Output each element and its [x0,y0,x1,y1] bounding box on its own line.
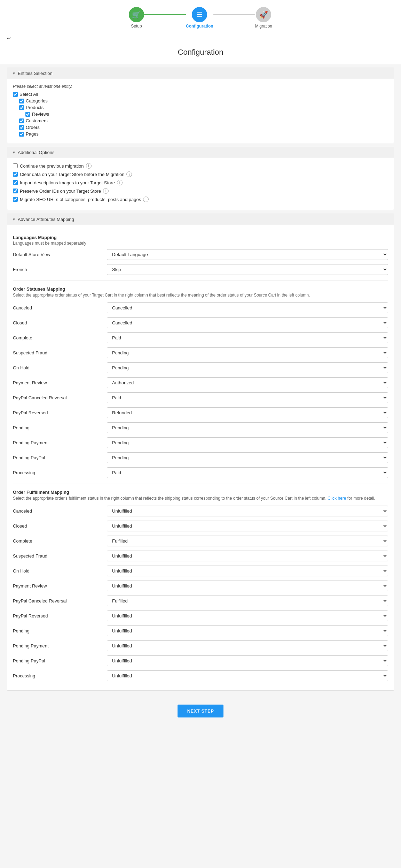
divider-1 [13,281,388,281]
order-status-pending-payment-row: Pending Payment Cancelled Paid Pending A… [13,437,388,448]
order-status-pending-payment-label: Pending Payment [13,440,103,445]
step-setup: 🛒 Setup [129,7,144,29]
language-french-row: French Skip French English Spanish [13,264,388,275]
order-status-suspected-fraud-row: Suspected Fraud Cancelled Paid Pending A… [13,347,388,358]
step-configuration-circle: ☰ [192,7,207,22]
option-clear-data-info-icon[interactable]: i [126,171,132,177]
reviews-checkbox[interactable] [25,112,30,117]
option-migrate-seo-checkbox[interactable] [13,197,18,202]
customers-checkbox[interactable] [19,118,24,123]
fulfillment-pending-select[interactable]: Unfulfilled Fulfilled Partial [107,625,388,636]
order-status-suspected-fraud-select[interactable]: Cancelled Paid Pending Authorized Refund… [107,347,388,358]
language-default-store-select[interactable]: Default Language English French Spanish [107,249,388,260]
order-status-pending-paypal-select[interactable]: Cancelled Paid Pending Authorized Refund… [107,452,388,463]
fulfillment-paypal-canceled-select[interactable]: Unfulfilled Fulfilled Partial [107,596,388,606]
products-label: Products [26,105,44,110]
select-all-checkbox[interactable] [13,92,18,97]
entities-selection-section: ▼ Entities Selection Please select at le… [7,68,394,143]
fulfillment-pending-label: Pending [13,628,103,633]
option-preserve-order-ids-label: Preserve Order IDs on your Target Store [20,189,101,194]
language-french-select[interactable]: Skip French English Spanish [107,264,388,275]
fulfillment-processing-select[interactable]: Unfulfilled Fulfilled Partial [107,670,388,681]
order-status-payment-review-row: Payment Review Cancelled Paid Pending Au… [13,377,388,388]
products-checkbox[interactable] [19,105,24,110]
fulfillment-closed-row: Closed Unfulfilled Fulfilled Partial [13,521,388,531]
order-status-closed-label: Closed [13,320,103,325]
option-preserve-order-ids-info-icon[interactable]: i [103,188,109,194]
order-status-canceled-row: Canceled Cancelled Paid Pending Authoriz… [13,302,388,313]
order-status-on-hold-select[interactable]: Cancelled Paid Pending Authorized Refund… [107,362,388,373]
fulfillment-closed-label: Closed [13,523,103,529]
pages-checkbox[interactable] [19,132,24,137]
additional-options-section: ▼ Additional Options Continue the previo… [7,147,394,210]
languages-mapping-title: Languages Mapping [13,235,388,240]
customers-label: Customers [26,118,48,123]
divider-2 [13,484,388,484]
fulfillment-payment-review-row: Payment Review Unfulfilled Fulfilled Par… [13,581,388,591]
option-continue-migration-checkbox[interactable] [13,163,18,168]
fulfillment-on-hold-select[interactable]: Unfulfilled Fulfilled Partial [107,566,388,576]
step-migration: 🚀 Migration [255,7,272,29]
fulfillment-complete-select[interactable]: Unfulfilled Fulfilled Partial [107,536,388,546]
step-migration-label: Migration [255,24,272,29]
fulfillment-canceled-select[interactable]: Unfulfilled Fulfilled Partial [107,506,388,516]
pages-row: Pages [19,131,388,137]
option-preserve-order-ids-checkbox[interactable] [13,189,18,193]
fulfillment-paypal-reversed-row: PayPal Reversed Unfulfilled Fulfilled Pa… [13,610,388,621]
advance-mapping-header: ▼ Advance Attributes Mapping [7,214,394,225]
select-all-label: Select All [19,92,38,97]
option-clear-data: Clear data on your Target Store before t… [13,171,388,177]
order-status-paypal-canceled-select[interactable]: Cancelled Paid Pending Authorized Refund… [107,392,388,403]
fulfillment-suspected-fraud-select[interactable]: Unfulfilled Fulfilled Partial [107,551,388,561]
fulfillment-processing-label: Processing [13,673,103,678]
option-import-images-info-icon[interactable]: i [117,180,123,185]
stepper: 🛒 Setup ☰ Configuration 🚀 Migration [0,0,401,32]
order-statuses-desc: Select the appropriate order status of y… [13,292,388,298]
order-status-canceled-select[interactable]: Cancelled Paid Pending Authorized Refund… [107,302,388,313]
order-status-complete-select[interactable]: Cancelled Paid Pending Authorized Refund… [107,332,388,343]
entities-selection-header: ▼ Entities Selection [7,68,394,79]
products-row: Products [19,105,388,110]
order-status-processing-label: Processing [13,470,103,475]
fulfillment-paypal-reversed-select[interactable]: Unfulfilled Fulfilled Partial [107,610,388,621]
next-step-button[interactable]: NEXT STEP [178,705,224,717]
order-fulfillment-link[interactable]: Click here [328,496,346,501]
option-clear-data-checkbox[interactable] [13,172,18,177]
orders-checkbox[interactable] [19,125,24,130]
back-icon: ↩ [7,36,11,41]
fulfillment-paypal-canceled-label: PayPal Canceled Reversal [13,598,103,604]
order-status-paypal-reversed-select[interactable]: Cancelled Paid Pending Authorized Refund… [107,407,388,418]
order-status-payment-review-select[interactable]: Cancelled Paid Pending Authorized Refund… [107,377,388,388]
order-status-pending-label: Pending [13,425,103,430]
order-status-canceled-label: Canceled [13,305,103,310]
step-configuration: ☰ Configuration [186,7,213,29]
fulfillment-closed-select[interactable]: Unfulfilled Fulfilled Partial [107,521,388,531]
orders-label: Orders [26,125,40,130]
fulfillment-canceled-label: Canceled [13,508,103,514]
fulfillment-canceled-row: Canceled Unfulfilled Fulfilled Partial [13,506,388,516]
option-import-images-checkbox[interactable] [13,180,18,185]
back-arrow[interactable]: ↩ [0,32,401,44]
fulfillment-pending-row: Pending Unfulfilled Fulfilled Partial [13,625,388,636]
fulfillment-complete-row: Complete Unfulfilled Fulfilled Partial [13,536,388,546]
option-import-images-label: Import descriptions images to your Targe… [20,180,115,185]
fulfillment-pending-paypal-row: Pending PayPal Unfulfilled Fulfilled Par… [13,655,388,666]
option-migrate-seo-info-icon[interactable]: i [143,197,149,202]
fulfillment-pending-paypal-select[interactable]: Unfulfilled Fulfilled Partial [107,655,388,666]
option-continue-migration-label: Continue the previous migration [20,163,84,169]
option-continue-migration-info-icon[interactable]: i [86,163,92,169]
order-status-processing-select[interactable]: Cancelled Paid Pending Authorized Refund… [107,467,388,478]
fulfillment-pending-payment-select[interactable]: Unfulfilled Fulfilled Partial [107,640,388,651]
step-configuration-label: Configuration [186,24,213,29]
categories-checkbox[interactable] [19,99,24,103]
language-default-store-row: Default Store View Default Language Engl… [13,249,388,260]
order-status-pending-select[interactable]: Cancelled Paid Pending Authorized Refund… [107,422,388,433]
fulfillment-payment-review-select[interactable]: Unfulfilled Fulfilled Partial [107,581,388,591]
option-continue-migration: Continue the previous migration i [13,163,388,169]
order-status-closed-select[interactable]: Cancelled Paid Pending Authorized Refund… [107,317,388,328]
order-status-pending-payment-select[interactable]: Cancelled Paid Pending Authorized Refund… [107,437,388,448]
step-line-1 [144,14,186,15]
order-status-closed-row: Closed Cancelled Paid Pending Authorized… [13,317,388,328]
entities-selection-body: Please select at least one entity. Selec… [7,79,394,143]
fulfillment-pending-payment-label: Pending Payment [13,643,103,648]
